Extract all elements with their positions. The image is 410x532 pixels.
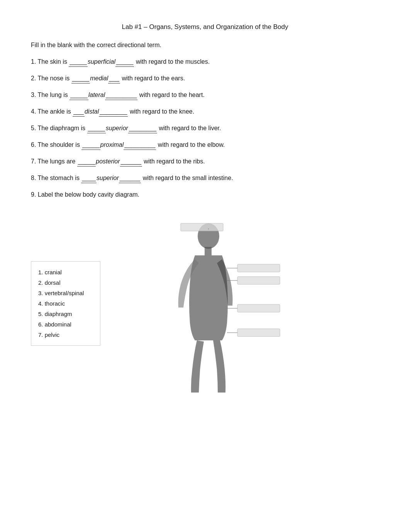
question-4: 4. The ankle is ___distal________ with r…	[31, 107, 379, 117]
body-diagram-wrapper	[124, 215, 317, 400]
question-1: 1. The skin is _____superficial_____ wit…	[31, 57, 379, 67]
svg-rect-8	[237, 277, 280, 284]
question-3: 3. The lung is _____lateral_________ wit…	[31, 90, 379, 100]
question-8: 8. The stomach is ____superior______ wit…	[31, 173, 379, 183]
question-9: 9. Label the below body cavity diagram.	[31, 190, 379, 199]
legend-item-6: 6. abdominal	[38, 319, 93, 330]
svg-rect-6	[237, 264, 280, 272]
page-title: Lab #1 – Organs, Systems, and Organizati…	[31, 23, 379, 31]
svg-rect-10	[237, 304, 280, 312]
question-5: 5. The diaphragm is _____superior_______…	[31, 124, 379, 133]
legend-item-3: 3. vertebral/spinal	[38, 288, 93, 298]
svg-rect-12	[237, 329, 280, 337]
body-diagram-svg	[124, 215, 309, 400]
legend-item-7: 7. pelvic	[38, 330, 93, 340]
diagram-section: 1. cranial 2. dorsal 3. vertebral/spinal…	[31, 215, 379, 400]
question-2: 2. The nose is _____medial___ with regar…	[31, 74, 379, 83]
svg-rect-4	[181, 223, 223, 231]
svg-rect-1	[205, 247, 212, 255]
question-7: 7. The lungs are _____posterior______ wi…	[31, 157, 379, 167]
legend-item-2: 2. dorsal	[38, 277, 93, 288]
legend-box: 1. cranial 2. dorsal 3. vertebral/spinal…	[31, 261, 100, 346]
legend-item-5: 5. diaphragm	[38, 309, 93, 319]
instructions: Fill in the blank with the correct direc…	[31, 42, 379, 49]
question-6: 6. The shoulder is _____proximal________…	[31, 140, 379, 150]
legend-item-4: 4. thoracic	[38, 298, 93, 309]
legend-item-1: 1. cranial	[38, 267, 93, 277]
